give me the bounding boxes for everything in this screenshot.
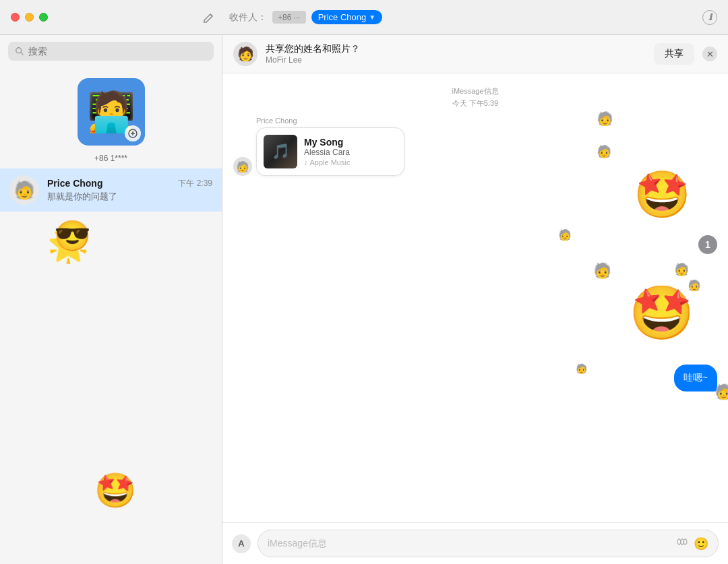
header-center: 收件人： +86 ··· Price Chong ▼ <box>229 10 688 24</box>
price-chong-tag[interactable]: Price Chong ▼ <box>311 10 382 24</box>
contact-avatar-large: 🧑‍💻 <box>78 78 145 146</box>
message-input-placeholder: iMessage信息 <box>268 538 327 550</box>
conv-avatar: 🧓 <box>9 175 39 205</box>
music-title: My Song <box>304 137 397 148</box>
input-right-icons: 🙂 <box>676 536 708 551</box>
imessage-service-label: iMessage信息 <box>452 87 498 95</box>
sidebar-memoji-face-bottom: 🤩 <box>94 471 136 510</box>
music-source: ♪ Apple Music <box>304 158 397 166</box>
msg-avatar-incoming: 🧓 <box>233 157 252 176</box>
search-bar <box>0 35 222 67</box>
share-title: 共享您的姓名和照片？ <box>266 43 646 55</box>
music-card[interactable]: 🎵 My Song Alessia Cara ♪ Apple Music <box>256 127 404 176</box>
sidebar-contact-large: 🧑‍💻 <box>0 67 222 151</box>
sidebar: 🧑‍💻 +86 1**** 🧓 Price Chong 下午 2:39 那就是你… <box>0 35 222 564</box>
chat-memoji-small-4: 🧓 <box>674 262 689 277</box>
voice-icon[interactable] <box>676 536 688 551</box>
chat-memoji-1: 🧓 <box>597 111 613 127</box>
chat-area: 🧑 共享您的姓名和照片？ MoFir Lee 共享 ✕ iMessage信息 今… <box>222 35 728 564</box>
recipient-label: 收件人： <box>229 11 267 24</box>
maximize-button[interactable] <box>39 13 48 22</box>
chat-memoji-star-large: 🤩 <box>634 168 691 222</box>
share-subtitle: MoFir Lee <box>266 55 646 65</box>
traffic-lights <box>11 13 48 22</box>
chevron-down-icon: ▼ <box>369 13 375 21</box>
sidebar-memoji-face-1: 😎 <box>54 218 91 253</box>
music-info: My Song Alessia Cara ♪ Apple Music <box>304 137 397 166</box>
outgoing-bubble: 哇嗯~ <box>674 365 717 391</box>
conv-time: 下午 2:39 <box>178 178 212 189</box>
imessage-label: iMessage信息 今天 下午5:39 <box>233 84 717 108</box>
music-card-bubble: 🎵 My Song Alessia Cara ♪ Apple Music <box>256 127 404 176</box>
conv-info: Price Chong 下午 2:39 那就是你的问题了 <box>47 178 212 203</box>
input-area: A iMessage信息 🙂 <box>222 522 728 564</box>
chat-memoji-small-6: 🧓 <box>576 363 587 374</box>
search-input-wrap[interactable] <box>8 42 214 61</box>
sender-label-row: Price Chong <box>233 117 717 125</box>
sender-name-label: Price Chong <box>256 117 297 125</box>
close-button[interactable] <box>11 13 20 22</box>
price-chong-name: Price Chong <box>318 12 367 22</box>
chat-memoji-small-2: 🧓 <box>558 228 572 241</box>
emoji-icon[interactable]: 🙂 <box>694 536 708 551</box>
music-thumbnail: 🎵 <box>264 135 297 168</box>
chat-memoji-small-1: 🧓 <box>597 144 611 159</box>
message-input-wrap[interactable]: iMessage信息 🙂 <box>257 530 719 557</box>
sidebar-phone-label: +86 1**** <box>0 154 222 168</box>
close-icon: ✕ <box>706 49 714 59</box>
imessage-time-label: 今天 下午5:39 <box>452 99 498 107</box>
app-store-icon[interactable]: A <box>232 534 251 553</box>
conv-name: Price Chong <box>47 178 102 189</box>
chat-memoji-star-right: 🤩 <box>629 282 694 344</box>
search-input[interactable] <box>28 46 207 57</box>
info-icon[interactable]: ℹ <box>702 10 717 25</box>
share-avatar: 🧑 <box>233 42 257 66</box>
minimize-button[interactable] <box>25 13 34 22</box>
outgoing-message-row: 哇嗯~ <box>233 365 717 391</box>
recipient-tag: +86 ··· <box>272 11 306 24</box>
compose-icon[interactable] <box>202 11 216 24</box>
messages-area[interactable]: iMessage信息 今天 下午5:39 Price Chong 🧓 🎵 <box>222 73 728 522</box>
notification-badge: 1 <box>698 235 717 254</box>
conversation-item[interactable]: 🧓 Price Chong 下午 2:39 那就是你的问题了 <box>0 168 222 212</box>
share-text-col: 共享您的姓名和照片？ MoFir Lee <box>266 43 646 65</box>
share-banner: 🧑 共享您的姓名和照片？ MoFir Lee 共享 ✕ <box>222 35 728 73</box>
share-button[interactable]: 共享 <box>654 43 694 65</box>
svg-line-1 <box>21 53 24 55</box>
music-artist: Alessia Cara <box>304 148 397 157</box>
chat-memoji-small-7: 🧓 <box>715 383 728 401</box>
main-layout: 🧑‍💻 +86 1**** 🧓 Price Chong 下午 2:39 那就是你… <box>0 35 728 564</box>
titlebar: 收件人： +86 ··· Price Chong ▼ ℹ <box>0 0 728 35</box>
conv-preview: 那就是你的问题了 <box>47 191 212 203</box>
avatar-plus-badge <box>125 125 141 142</box>
svg-point-0 <box>16 48 22 53</box>
share-close-button[interactable]: ✕ <box>702 46 717 61</box>
sidebar-memoji-area: 🌟 😎 🤩 <box>0 212 222 564</box>
chat-memoji-small-3: 🧓 <box>593 262 611 280</box>
search-icon <box>15 46 24 56</box>
